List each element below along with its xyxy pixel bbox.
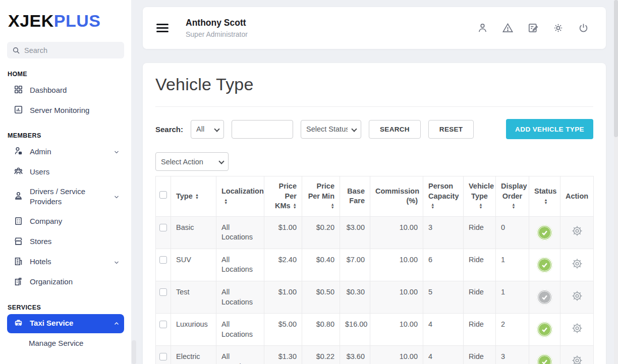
section-label-services: SERVICES — [8, 304, 124, 311]
scrollbar-thumb[interactable] — [614, 0, 618, 137]
sort-icon: ▲▼ — [544, 199, 547, 205]
sidebar-item-label: Dashboard — [30, 85, 120, 95]
table-row: Electric All Locations $1.30 $0.22 $3.60… — [156, 346, 594, 364]
sort-icon: ▲▼ — [293, 203, 297, 209]
sidebar-item-dashboard[interactable]: Dashboard — [7, 81, 124, 100]
hotels-icon — [14, 257, 23, 268]
admin-icon — [14, 146, 23, 157]
row-checkbox[interactable] — [159, 353, 167, 360]
menu-toggle-icon[interactable] — [156, 24, 168, 32]
chevron-down-icon — [113, 259, 120, 266]
top-bar: Anthony Scott Super Administrator — [143, 7, 606, 49]
search-category-select[interactable]: All — [191, 120, 224, 139]
column-header-base-fare: Base Fare — [340, 176, 370, 217]
sidebar-item-users[interactable]: Users — [7, 162, 124, 181]
sort-icon: ▲▼ — [195, 194, 199, 200]
column-header-display-order[interactable]: Display Order▲▼ — [496, 176, 529, 217]
taxi-icon — [14, 318, 23, 329]
sidebar-item-organization[interactable]: Organization — [7, 273, 124, 292]
row-settings-icon[interactable] — [571, 257, 584, 270]
stores-icon — [14, 236, 23, 248]
column-header-person-capacity[interactable]: Person Capacity▲▼ — [423, 176, 464, 217]
sidebar-item-label: Hotels — [30, 257, 106, 267]
company-icon — [14, 216, 23, 227]
sort-icon: ▲▼ — [512, 203, 515, 209]
sort-icon: ▲▼ — [479, 203, 482, 209]
sidebar-item-server-monitoring[interactable]: Server Monitoring — [7, 101, 124, 120]
sidebar-item-label: Taxi Service — [30, 318, 106, 328]
status-toggle[interactable] — [537, 225, 552, 240]
sidebar-item-label: Drivers / Service Providers — [30, 187, 106, 207]
organization-icon — [14, 277, 23, 288]
sort-icon: ▲▼ — [331, 203, 334, 209]
users-icon — [14, 166, 23, 177]
row-settings-icon[interactable] — [571, 224, 584, 237]
sidebar-item-label: Stores — [30, 236, 120, 247]
row-checkbox[interactable] — [159, 288, 167, 296]
sidebar-scrollbar[interactable] — [132, 340, 136, 364]
sidebar-item-label: Server Monitoring — [30, 105, 120, 115]
search-input[interactable] — [24, 46, 119, 54]
table-header-row: Type▲▼ Localization▲▼ Price Per KMs▲▼ Pr… — [156, 176, 594, 217]
column-header-vehicle-type[interactable]: Vehicle Type▲▼ — [464, 176, 496, 217]
sidebar-item-drivers[interactable]: Drivers / Service Providers — [7, 183, 124, 211]
drivers-icon — [14, 191, 23, 202]
status-toggle[interactable] — [537, 289, 552, 305]
compose-icon[interactable] — [527, 22, 539, 34]
sidebar-item-hotels[interactable]: Hotels — [7, 253, 124, 272]
status-toggle[interactable] — [537, 257, 552, 273]
search-filter-label: Search: — [155, 125, 183, 134]
row-settings-icon[interactable] — [571, 354, 584, 364]
sidebar: XJEKPLUS HOME Dashboard Server Monitorin… — [0, 0, 131, 364]
server-monitoring-icon — [14, 105, 23, 116]
power-icon[interactable] — [578, 22, 589, 34]
page-scrollbar[interactable] — [614, 0, 618, 364]
filter-toolbar: Search: All Select Status SEARCH RESET A… — [155, 119, 593, 139]
sidebar-item-label: Users — [30, 167, 120, 177]
page-title: Vehicle Type — [155, 75, 593, 94]
sidebar-item-label: Admin — [30, 147, 106, 157]
title-divider — [155, 106, 593, 107]
column-header-localization[interactable]: Localization▲▼ — [216, 176, 264, 217]
sidebar-item-stores[interactable]: Stores — [7, 232, 124, 252]
row-settings-icon[interactable] — [571, 322, 584, 335]
column-header-commission: Commission (%) — [370, 176, 423, 217]
row-settings-icon[interactable] — [571, 289, 584, 302]
sidebar-item-label: Company — [30, 216, 120, 226]
table-row: Test All Locations $1.00 $0.50 $0.30 10.… — [156, 281, 594, 313]
chevron-down-icon — [113, 148, 120, 155]
dashboard-icon — [14, 85, 23, 96]
column-header-price-per-kms[interactable]: Price Per KMs▲▼ — [264, 176, 302, 217]
app-logo: XJEKPLUS — [7, 11, 124, 31]
sidebar-item-admin[interactable]: Admin — [7, 142, 124, 161]
settings-icon[interactable] — [552, 22, 564, 34]
status-toggle[interactable] — [537, 354, 552, 364]
row-checkbox[interactable] — [159, 256, 167, 264]
status-filter-select[interactable]: Select Status — [301, 120, 361, 139]
column-header-price-per-min[interactable]: Price Per Min▲▼ — [302, 176, 340, 217]
row-checkbox[interactable] — [159, 224, 167, 231]
chevron-up-icon — [113, 320, 120, 327]
user-name: Anthony Scott — [186, 18, 248, 28]
alert-icon[interactable] — [502, 22, 514, 34]
column-header-status[interactable]: Status▲▼ — [529, 176, 560, 217]
reset-button[interactable]: RESET — [428, 120, 474, 139]
bulk-action-select[interactable]: Select Action — [155, 152, 229, 171]
user-info: Anthony Scott Super Administrator — [186, 18, 248, 38]
sort-icon: ▲▼ — [224, 199, 228, 205]
row-checkbox[interactable] — [159, 321, 167, 328]
search-keyword-input[interactable] — [232, 120, 293, 139]
sidebar-item-taxi-service[interactable]: Taxi Service — [7, 314, 124, 333]
bulk-action-row: Select Action — [155, 152, 593, 171]
table-row: Basic All Locations $1.00 $0.20 $3.00 10… — [156, 216, 594, 249]
table-row: Luxurious All Locations $5.00 $0.80 $16.… — [156, 314, 594, 346]
status-toggle[interactable] — [537, 322, 552, 337]
profile-icon[interactable] — [477, 22, 488, 34]
search-button[interactable]: SEARCH — [369, 120, 421, 139]
column-header-type[interactable]: Type▲▼ — [171, 176, 216, 217]
select-all-checkbox[interactable] — [159, 191, 167, 199]
sidebar-subitem-manage-service[interactable]: Manage Service — [7, 334, 124, 352]
sidebar-search[interactable] — [7, 42, 124, 58]
add-vehicle-type-button[interactable]: ADD VEHICLE TYPE — [506, 119, 593, 139]
sidebar-item-company[interactable]: Company — [7, 212, 124, 231]
